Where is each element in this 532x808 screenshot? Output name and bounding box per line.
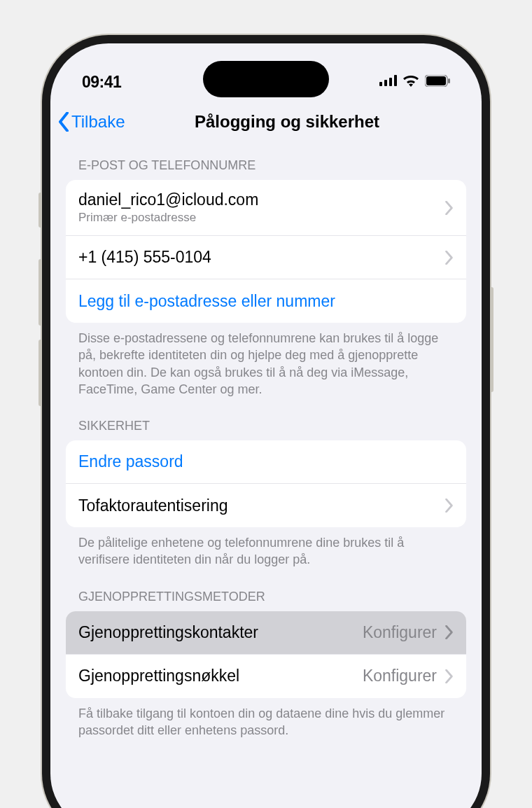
primary-email-subtitle: Primær e-postadresse bbox=[78, 211, 258, 225]
navigation-bar: Tilbake Pålogging og sikkerhet bbox=[50, 99, 482, 144]
svg-rect-6 bbox=[448, 78, 450, 83]
recovery-key-detail: Konfigurer bbox=[363, 667, 437, 685]
change-password-label: Endre passord bbox=[78, 452, 183, 471]
back-label: Tilbake bbox=[71, 112, 125, 132]
section-header-security: SIKKERHET bbox=[66, 398, 466, 440]
dynamic-island bbox=[203, 61, 329, 97]
change-password-row[interactable]: Endre passord bbox=[66, 440, 466, 484]
chevron-right-icon bbox=[445, 201, 454, 215]
section-header-recovery: GJENOPPRETTINGSMETODER bbox=[66, 569, 466, 611]
recovery-list: Gjenopprettingskontakter Konfigurer Gjen… bbox=[66, 611, 466, 698]
primary-email-row[interactable]: daniel_rico1@icloud.com Primær e-postadr… bbox=[66, 180, 466, 236]
chevron-right-icon bbox=[445, 625, 454, 639]
primary-email-value: daniel_rico1@icloud.com bbox=[78, 190, 258, 209]
recovery-key-label: Gjenopprettingsnøkkel bbox=[78, 667, 239, 685]
security-footer: De pålitelige enhetene og telefonnumrene… bbox=[66, 527, 466, 569]
back-button[interactable]: Tilbake bbox=[57, 112, 125, 132]
chevron-right-icon bbox=[445, 251, 454, 265]
chevron-right-icon bbox=[445, 669, 454, 683]
volume-down-button bbox=[38, 340, 42, 406]
security-list: Endre passord Tofaktorautentisering bbox=[66, 440, 466, 527]
email-phone-footer: Disse e-postadressene og telefonnumrene … bbox=[66, 323, 466, 398]
chevron-left-icon bbox=[57, 112, 70, 132]
recovery-contacts-row[interactable]: Gjenopprettingskontakter Konfigurer bbox=[66, 611, 466, 655]
svg-rect-3 bbox=[394, 75, 397, 86]
add-email-phone-row[interactable]: Legg til e-postadresse eller nummer bbox=[66, 279, 466, 323]
svg-rect-2 bbox=[389, 78, 392, 86]
volume-up-button bbox=[38, 259, 42, 326]
two-factor-label: Tofaktorautentisering bbox=[78, 496, 228, 515]
two-factor-row[interactable]: Tofaktorautentisering bbox=[66, 484, 466, 527]
status-icons bbox=[379, 75, 450, 90]
silence-switch bbox=[38, 193, 42, 228]
wifi-icon bbox=[402, 75, 419, 90]
svg-rect-0 bbox=[379, 82, 382, 86]
status-time: 09:41 bbox=[82, 73, 121, 92]
content-area: E-POST OG TELEFONNUMRE daniel_rico1@iclo… bbox=[50, 144, 482, 739]
phone-frame: 09:41 Tilbake Pålogging og sikkerhet bbox=[42, 35, 490, 808]
power-button bbox=[490, 287, 493, 392]
phone-number-row[interactable]: +1 (415) 555-0104 bbox=[66, 236, 466, 279]
email-phone-list: daniel_rico1@icloud.com Primær e-postadr… bbox=[66, 180, 466, 323]
svg-rect-1 bbox=[384, 80, 387, 86]
recovery-contacts-detail: Konfigurer bbox=[363, 623, 437, 642]
recovery-footer: Få tilbake tilgang til kontoen din og da… bbox=[66, 698, 466, 739]
chevron-right-icon bbox=[445, 499, 454, 513]
recovery-contacts-label: Gjenopprettingskontakter bbox=[78, 623, 258, 642]
phone-number-value: +1 (415) 555-0104 bbox=[78, 248, 211, 267]
recovery-key-row[interactable]: Gjenopprettingsnøkkel Konfigurer bbox=[66, 655, 466, 698]
add-email-phone-label: Legg til e-postadresse eller nummer bbox=[78, 292, 335, 311]
screen: 09:41 Tilbake Pålogging og sikkerhet bbox=[50, 43, 482, 808]
section-header-email-phone: E-POST OG TELEFONNUMRE bbox=[66, 144, 466, 180]
cellular-signal-icon bbox=[379, 75, 397, 89]
svg-rect-5 bbox=[426, 76, 446, 85]
battery-icon bbox=[425, 75, 450, 90]
